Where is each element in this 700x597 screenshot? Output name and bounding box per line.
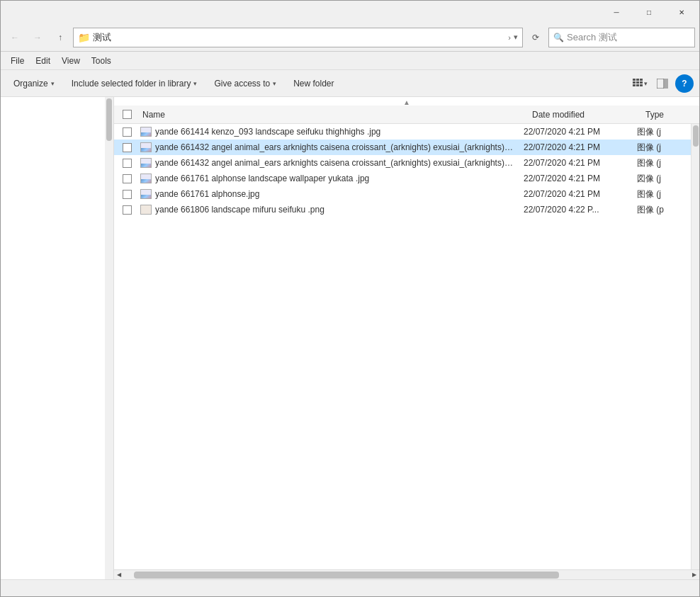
column-name-header[interactable]: Name xyxy=(140,110,529,120)
file-date: 22/07/2020 4:22 P... xyxy=(521,205,634,215)
vertical-scrollbar[interactable] xyxy=(691,124,699,569)
preview-pane-button[interactable] xyxy=(653,74,672,93)
file-checkbox-cell xyxy=(114,159,140,168)
file-thumbnail xyxy=(140,157,152,169)
minimize-button[interactable]: ─ xyxy=(600,1,633,23)
view-list-icon xyxy=(633,79,644,89)
address-text: 测试 xyxy=(93,31,505,44)
file-thumbnail xyxy=(140,172,152,185)
file-type: 图像 (j xyxy=(634,188,691,200)
file-checkbox[interactable] xyxy=(123,190,132,199)
menu-file[interactable]: File xyxy=(5,55,30,67)
header-checkbox-cell xyxy=(114,110,140,119)
file-checkbox-cell xyxy=(114,190,140,199)
file-type: 图像 (j xyxy=(634,142,691,154)
new-folder-button[interactable]: New folder xyxy=(286,74,341,93)
file-name: yande 661432 angel animal_ears arknights… xyxy=(155,158,521,168)
forward-button[interactable]: → xyxy=(28,28,47,47)
file-list-wrapper: yande 661414 kenzo_093 landscape seifuku… xyxy=(114,124,699,569)
file-checkbox-cell xyxy=(114,174,140,183)
give-access-label: Give access to xyxy=(214,79,270,89)
jpg-thumbnail xyxy=(140,127,152,137)
toolbar-right: ▾ ? xyxy=(630,74,694,93)
file-checkbox[interactable] xyxy=(123,143,132,152)
scroll-right-button[interactable]: ▶ xyxy=(689,570,699,580)
menu-view[interactable]: View xyxy=(56,55,86,67)
file-list: yande 661414 kenzo_093 landscape seifuku… xyxy=(114,124,691,569)
svg-rect-1 xyxy=(636,79,639,81)
menu-bar: File Edit View Tools xyxy=(1,52,699,70)
give-access-button[interactable]: Give access to ▾ xyxy=(207,74,283,93)
file-checkbox[interactable] xyxy=(123,127,132,137)
file-checkbox-cell xyxy=(114,205,140,215)
column-date-header[interactable]: Date modified xyxy=(529,110,643,120)
sidebar xyxy=(1,97,114,579)
png-thumbnail xyxy=(140,205,152,215)
maximize-button[interactable]: □ xyxy=(633,1,665,23)
svg-rect-4 xyxy=(636,81,639,84)
up-button[interactable]: ↑ xyxy=(50,28,70,47)
file-date: 22/07/2020 4:21 PM xyxy=(521,127,634,137)
menu-edit[interactable]: Edit xyxy=(30,55,56,67)
column-type-header[interactable]: Type xyxy=(643,110,699,120)
file-checkbox[interactable] xyxy=(123,159,132,168)
back-button[interactable]: ← xyxy=(5,28,25,47)
search-box[interactable]: 🔍 Search 测试 xyxy=(548,28,695,47)
include-folder-button[interactable]: Include selected folder in library ▾ xyxy=(64,74,205,93)
title-bar: ─ □ ✕ xyxy=(1,1,699,23)
search-icon: 🔍 xyxy=(553,33,564,42)
svg-rect-6 xyxy=(633,84,636,86)
file-checkbox[interactable] xyxy=(123,174,132,183)
address-chevron-icon: › xyxy=(508,33,511,42)
table-row[interactable]: yande 661432 angel animal_ears arknights… xyxy=(114,140,691,155)
toolbar: Organize ▾ Include selected folder in li… xyxy=(1,70,699,97)
organize-chevron-icon: ▾ xyxy=(51,80,55,87)
file-name: yande 661414 kenzo_093 landscape seifuku… xyxy=(155,127,521,137)
jpg-thumbnail xyxy=(140,174,152,183)
view-options-button[interactable]: ▾ xyxy=(630,74,650,93)
file-date: 22/07/2020 4:21 PM xyxy=(521,158,634,168)
horizontal-scroll-thumb xyxy=(134,572,559,579)
file-date: 22/07/2020 4:21 PM xyxy=(521,189,634,199)
new-folder-label: New folder xyxy=(293,79,334,89)
vertical-scroll-thumb xyxy=(693,125,699,147)
content-area: ▲ Name Date modified Type yande 661414 k… xyxy=(114,97,699,579)
table-row[interactable]: yande 661761 alphonse.jpg22/07/2020 4:21… xyxy=(114,186,691,202)
table-row[interactable]: yande 661432 angel animal_ears arknights… xyxy=(114,155,691,171)
search-placeholder: Search 测试 xyxy=(567,31,617,44)
menu-tools[interactable]: Tools xyxy=(86,55,117,67)
table-row[interactable]: yande 661806 landscape mifuru seifuku .p… xyxy=(114,202,691,217)
svg-rect-0 xyxy=(633,79,636,81)
file-checkbox-cell xyxy=(114,127,140,137)
file-thumbnail xyxy=(140,188,152,200)
file-date: 22/07/2020 4:21 PM xyxy=(521,174,634,183)
sidebar-scrollbar[interactable] xyxy=(105,97,113,579)
close-button[interactable]: ✕ xyxy=(665,1,698,23)
file-type: 图像 (p xyxy=(634,204,691,216)
svg-rect-3 xyxy=(633,81,636,84)
organize-button[interactable]: Organize ▾ xyxy=(6,74,62,93)
include-folder-label: Include selected folder in library xyxy=(72,79,191,89)
file-thumbnail xyxy=(140,141,152,154)
sidebar-scroll-thumb xyxy=(106,98,112,141)
preview-icon xyxy=(657,79,668,89)
file-thumbnail xyxy=(140,125,152,138)
scroll-left-button[interactable]: ◀ xyxy=(114,570,124,580)
file-type: 図像 (j xyxy=(634,173,691,185)
table-row[interactable]: yande 661761 alphonse landscape wallpape… xyxy=(114,171,691,186)
bottom-scrollbar: ◀ ▶ xyxy=(114,569,699,579)
header-checkbox[interactable] xyxy=(123,110,132,119)
address-box[interactable]: 📁 测试 › ▾ xyxy=(73,28,523,47)
file-checkbox-cell xyxy=(114,143,140,152)
jpg-thumbnail xyxy=(140,189,152,199)
svg-rect-10 xyxy=(665,79,668,89)
status-bar xyxy=(1,579,699,596)
folder-icon: 📁 xyxy=(78,32,90,43)
address-dropdown-icon: ▾ xyxy=(514,33,518,42)
column-header: Name Date modified Type xyxy=(114,106,699,124)
help-button[interactable]: ? xyxy=(675,74,694,93)
refresh-button[interactable]: ⟳ xyxy=(526,28,546,47)
file-checkbox[interactable] xyxy=(123,205,132,215)
horizontal-scroll-track[interactable] xyxy=(134,571,679,579)
table-row[interactable]: yande 661414 kenzo_093 landscape seifuku… xyxy=(114,124,691,140)
